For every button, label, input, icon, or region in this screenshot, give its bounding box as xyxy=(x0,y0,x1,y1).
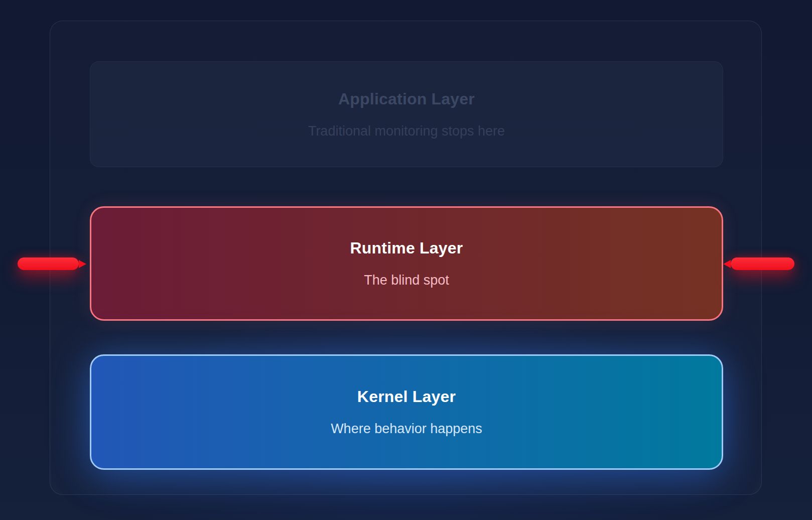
runtime-layer-subtitle: The blind spot xyxy=(364,273,449,288)
application-layer-card: Application Layer Traditional monitoring… xyxy=(90,61,723,167)
runtime-layer-title: Runtime Layer xyxy=(350,239,463,257)
stack-frame: Application Layer Traditional monitoring… xyxy=(50,21,762,495)
runtime-layer-card: Runtime Layer The blind spot xyxy=(90,206,723,321)
red-arrow-right-pointing-icon xyxy=(18,257,79,270)
application-layer-subtitle: Traditional monitoring stops here xyxy=(308,123,505,139)
kernel-layer-card: Kernel Layer Where behavior happens xyxy=(90,354,723,470)
red-arrow-left-pointing-icon xyxy=(731,257,794,270)
kernel-layer-title: Kernel Layer xyxy=(357,387,456,406)
diagram-canvas: Application Layer Traditional monitoring… xyxy=(0,0,812,520)
application-layer-title: Application Layer xyxy=(338,90,475,108)
kernel-layer-subtitle: Where behavior happens xyxy=(331,421,482,437)
